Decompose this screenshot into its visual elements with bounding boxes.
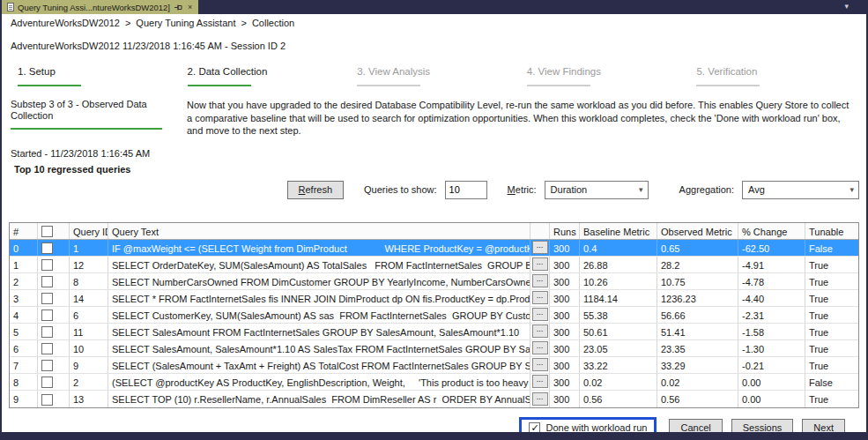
cell-dots: ... — [530, 357, 550, 373]
query-text-ellipsis-button[interactable]: ... — [532, 392, 548, 406]
query-text-ellipsis-button[interactable]: ... — [532, 257, 548, 271]
document-tab-title: Query Tuning Assi...ntureWorksDW2012] — [18, 3, 170, 12]
query-text-ellipsis-button[interactable]: ... — [532, 341, 548, 354]
query-text-ellipsis-button[interactable]: ... — [532, 324, 548, 338]
table-row[interactable]: 913SELECT TOP (10) r.ResellerName, r.Ann… — [10, 391, 858, 407]
cancel-button[interactable]: Cancel — [669, 419, 722, 432]
breadcrumb-item[interactable]: AdventureWorksDW2012 — [11, 18, 120, 28]
cell-dots: ... — [530, 391, 550, 407]
wizard-step-underline — [357, 85, 420, 86]
row-checkbox[interactable] — [41, 293, 53, 304]
cell-change: -1.30 — [738, 340, 805, 356]
row-checkbox[interactable] — [41, 326, 53, 338]
row-checkbox[interactable] — [41, 242, 53, 254]
pin-icon[interactable] — [174, 4, 183, 11]
table-row[interactable]: 82(SELECT @productKey AS ProductKey, Eng… — [10, 374, 858, 391]
table-row[interactable]: 610SELECT SalesAmount, SalesAmount*1.10 … — [10, 340, 858, 357]
row-checkbox[interactable] — [41, 377, 53, 388]
breadcrumb-separator: > — [125, 18, 130, 28]
query-text-ellipsis-button[interactable]: ... — [532, 358, 548, 371]
column-header-baseline[interactable]: Baseline Metric — [580, 223, 657, 239]
substep-indicator: Substep 3 of 3 - Observed Data Collectio… — [11, 99, 178, 138]
done-with-workload-checkbox[interactable]: ✓ — [529, 422, 540, 432]
column-header-observed[interactable]: Observed Metric — [657, 223, 738, 239]
cell-queryid: 2 — [70, 374, 108, 390]
cell-chk — [38, 374, 70, 390]
cell-observed: 51.41 — [657, 324, 738, 339]
column-header-chk[interactable] — [38, 223, 70, 239]
wizard-step-5: 5. Verification — [696, 66, 866, 86]
cell-runs: 300 — [550, 273, 580, 289]
document-icon — [7, 3, 14, 11]
cell-runs: 300 — [550, 324, 580, 339]
cell-dots: ... — [530, 257, 550, 272]
query-text-ellipsis-button[interactable]: ... — [532, 241, 548, 254]
column-header-runs[interactable]: Runs — [550, 223, 580, 239]
table-row[interactable]: 79SELECT (SalesAmount + TaxAmt + Freight… — [10, 357, 858, 374]
table-row[interactable]: 314SELECT * FROM FactInternetSales fis I… — [10, 290, 858, 307]
cell-dots: ... — [530, 340, 550, 356]
row-checkbox[interactable] — [41, 276, 53, 287]
metric-label: Metric: — [508, 184, 537, 195]
query-text-ellipsis-button[interactable]: ... — [532, 308, 548, 321]
cell-observed: 56.66 — [657, 307, 738, 323]
row-checkbox[interactable] — [41, 360, 53, 371]
chevron-down-icon: ▾ — [847, 185, 857, 194]
cell-observed: 0.02 — [657, 374, 738, 390]
chevron-down-icon[interactable]: ▾ — [844, 2, 849, 11]
started-label: Started - 11/23/2018 1:16:45 AM — [11, 148, 866, 160]
row-checkbox[interactable] — [41, 309, 53, 321]
query-text-ellipsis-button[interactable]: ... — [532, 375, 548, 388]
table-row[interactable]: 112SELECT OrderDateKey, SUM(SalesAmount)… — [10, 257, 858, 273]
column-header-dots[interactable] — [530, 223, 550, 239]
column-header-queryid[interactable]: Query ID — [70, 223, 108, 239]
refresh-button[interactable]: Refresh — [287, 181, 345, 199]
footer-actions: ✓ Done with workload run Cancel Sessions… — [2, 417, 845, 432]
substep-row: Substep 3 of 3 - Observed Data Collectio… — [11, 99, 866, 138]
cell-dots: ... — [530, 374, 550, 390]
cell-change: -62.50 — [738, 240, 805, 256]
table-row[interactable]: 46SELECT CustomerKey, SUM(SalesAmount) A… — [10, 307, 858, 324]
query-text-ellipsis-button[interactable]: ... — [532, 274, 548, 287]
cell-querytext: SELECT NumberCarsOwned FROM DimCustomer … — [108, 273, 530, 289]
sessions-button[interactable]: Sessions — [731, 419, 794, 432]
column-header-num[interactable]: # — [10, 223, 38, 239]
breadcrumb-separator: > — [241, 18, 246, 28]
wizard-step-1: 1. Setup — [18, 66, 188, 86]
chevron-down-icon: ▾ — [636, 185, 646, 194]
column-header-change[interactable]: % Change — [738, 223, 805, 239]
table-row[interactable]: 28SELECT NumberCarsOwned FROM DimCustome… — [10, 273, 858, 290]
cell-chk — [38, 307, 70, 323]
breadcrumb-item[interactable]: Collection — [252, 18, 294, 28]
cell-tunable: True — [805, 340, 858, 356]
table-row[interactable]: 01IF @maxWeight <= (SELECT Weight from D… — [10, 240, 858, 257]
cell-baseline: 50.61 — [580, 324, 657, 339]
table-row[interactable]: 511SELECT SalesAmount FROM FactInternetS… — [10, 324, 858, 340]
cell-change: -2.31 — [738, 307, 805, 323]
cell-change: -4.40 — [738, 290, 805, 306]
query-text-ellipsis-button[interactable]: ... — [532, 291, 548, 304]
cell-queryid: 9 — [70, 357, 108, 373]
row-checkbox[interactable] — [41, 394, 53, 406]
queries-to-show-input[interactable] — [445, 181, 487, 199]
wizard-step-4: 4. View Findings — [527, 66, 697, 86]
document-tab[interactable]: Query Tuning Assi...ntureWorksDW2012] × — [2, 0, 198, 14]
regressed-queries-grid: #Query IDQuery TextRunsBaseline MetricOb… — [9, 222, 859, 408]
row-checkbox[interactable] — [41, 343, 53, 354]
cell-chk — [38, 240, 70, 256]
column-header-tunable[interactable]: Tunable — [805, 223, 858, 239]
substep-description: Now that you have upgraded to the desire… — [178, 99, 851, 138]
cell-dots: ... — [530, 324, 550, 339]
select-all-checkbox[interactable] — [41, 226, 53, 237]
breadcrumb-item[interactable]: Query Tuning Assistant — [136, 18, 235, 28]
aggregation-select[interactable]: Avg ▾ — [742, 181, 859, 199]
cell-observed: 33.29 — [657, 357, 738, 373]
session-label: AdventureWorksDW2012 11/23/2018 1:16:45 … — [11, 41, 866, 52]
cell-change: -4.91 — [738, 257, 805, 272]
row-checkbox[interactable] — [41, 259, 53, 271]
close-icon[interactable]: × — [187, 3, 193, 11]
metric-select[interactable]: Duration ▾ — [545, 181, 649, 199]
column-header-querytext[interactable]: Query Text — [108, 223, 530, 239]
next-button[interactable]: Next — [802, 419, 845, 432]
cell-querytext: SELECT TOP (10) r.ResellerName, r.Annual… — [108, 391, 530, 407]
